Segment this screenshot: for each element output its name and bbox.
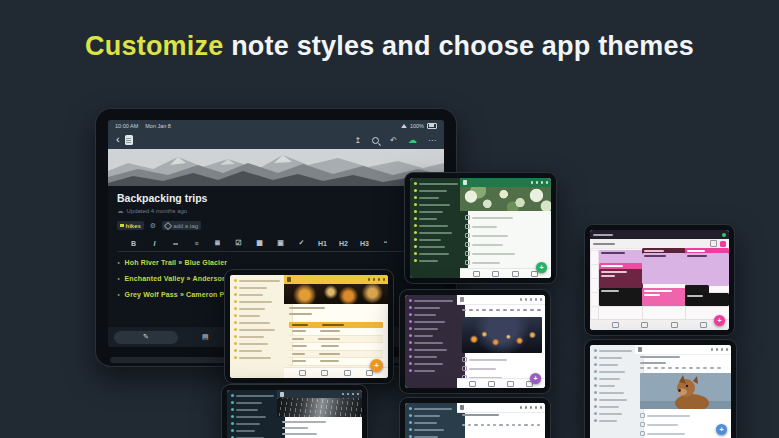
skeleton-row [234,300,288,303]
skeleton-row [640,356,726,358]
skeleton-row [414,231,464,234]
battery-percent: 100% [410,123,424,129]
skeleton-row [409,407,461,410]
back-button[interactable]: ‹ [116,134,120,145]
italic-icon[interactable]: I [144,240,165,247]
slate-appbar [457,403,545,413]
skeleton-row [409,334,461,337]
calendar-topbar [590,230,729,239]
skeleton-bar [239,287,267,289]
skeleton-bar [647,415,690,417]
export-icon[interactable]: ↥ [355,136,362,145]
checkmark-icon[interactable]: ✓ [291,239,312,247]
skeleton-row [231,422,281,425]
skeleton-bar [236,430,255,432]
tag-row: hikes ⚙ add a tag [117,221,435,230]
calendar-event [685,253,729,286]
purple-appbar-icons [520,298,543,301]
bold-icon[interactable]: B [123,240,144,247]
skeleton-bar [419,190,447,192]
link-icon[interactable]: ∞ [165,240,186,247]
skeleton-bar [419,253,449,255]
skeleton-row [234,307,288,310]
skeleton-row [234,286,288,289]
table-icon[interactable]: ▦ [249,239,270,247]
heading-1-icon[interactable]: H1 [312,240,333,247]
slate-content [457,403,545,438]
document-icon: ▤ [202,333,209,340]
tag-color-swatch [120,224,124,228]
numbered-list-icon[interactable]: ≣ [207,239,228,247]
skeleton-row [282,427,357,429]
heading-3-icon[interactable]: H3 [354,240,375,247]
skeleton-bar [599,420,617,422]
skeleton-row [409,421,461,424]
skeleton-row [289,313,341,315]
theme-tablet-calendar-screen: + [590,230,729,330]
skeleton-row [409,313,461,316]
skeleton-row [414,217,464,220]
purple-sidebar [405,295,465,388]
skeleton-bar [239,336,264,338]
skeleton-bar [239,301,272,303]
tag-chip[interactable]: hikes [117,221,144,230]
skeleton-row [594,412,639,415]
add-tag-button[interactable]: add a tag [162,221,201,230]
text-mode-button[interactable]: ▤ [202,333,209,341]
skeleton-bar [239,308,265,310]
yellow-note-icon [287,277,291,282]
skeleton-row [462,366,541,371]
skeleton-bar [599,406,619,408]
light-format-toolbar [640,367,726,369]
gear-icon[interactable]: ⚙ [150,222,156,230]
page-title-highlight: Customize [85,31,223,61]
skeleton-bar [292,324,308,326]
skeleton-row [409,355,461,358]
skeleton-row [282,433,357,435]
bullet-icon: ‣ [117,259,121,266]
skeleton-row [414,259,464,262]
draw-mode-button[interactable]: ✎ [114,331,178,344]
pen-icon: ✎ [143,333,149,341]
skeleton-bar [419,197,439,199]
theme-tablet-yellow: + [224,269,394,384]
skeleton-row [231,415,281,418]
skeleton-bar [239,357,271,359]
note-title[interactable]: Backpacking trips [117,192,435,204]
quote-icon[interactable]: “ [375,240,396,247]
mountain-photo [108,149,444,186]
cafe-photo [284,284,388,304]
note-link[interactable]: ‣Hoh River Trail » Blue Glacier [117,259,435,266]
skeleton-bar [419,211,443,213]
page-title: Customize note styles and choose app the… [0,31,779,62]
light-content: + [635,345,731,438]
bullet-list-icon[interactable]: ≡ [186,240,207,247]
image-icon[interactable]: ▣ [270,239,291,247]
skeleton-row [409,369,461,372]
sync-cloud-icon[interactable]: ☁ [408,135,417,145]
sync-status-icon: ☁ [117,207,124,215]
skeleton-bar [414,314,436,316]
heading-2-icon[interactable]: H2 [333,240,354,247]
theme-tablet-yellow-screen: + [230,275,388,378]
skeleton-bar [236,423,260,425]
slate-appbar-icons [520,406,543,409]
skeleton-row [409,348,461,351]
skeleton-bar [414,363,443,365]
search-icon[interactable] [372,137,379,144]
skeleton-row [409,414,461,417]
light-note-icon [638,347,642,352]
checkbox-icon[interactable]: ☑ [228,239,249,247]
theme-tablet-purple-screen: + [405,295,545,388]
more-menu-icon[interactable]: ⋯ [428,136,436,145]
skeleton-bar [599,399,627,401]
tag-label: hikes [126,223,141,229]
skeleton-bar [414,349,447,351]
skeleton-row [282,421,357,423]
undo-icon[interactable]: ↶ [390,136,397,145]
teal-appbar-icons [342,393,360,396]
skeleton-bar [239,350,262,352]
skeleton-bar [414,436,438,438]
theme-tablet-purple: + [399,289,551,394]
skeleton-row [594,419,639,422]
